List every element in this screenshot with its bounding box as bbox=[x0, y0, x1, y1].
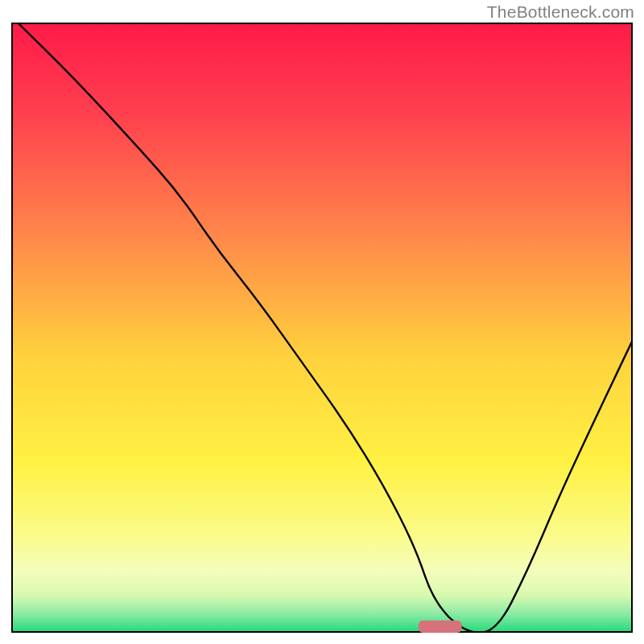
chart-svg bbox=[11, 23, 633, 633]
watermark-text: TheBottleneck.com bbox=[487, 2, 634, 22]
chart-container bbox=[11, 23, 633, 633]
optimum-marker bbox=[419, 621, 462, 633]
